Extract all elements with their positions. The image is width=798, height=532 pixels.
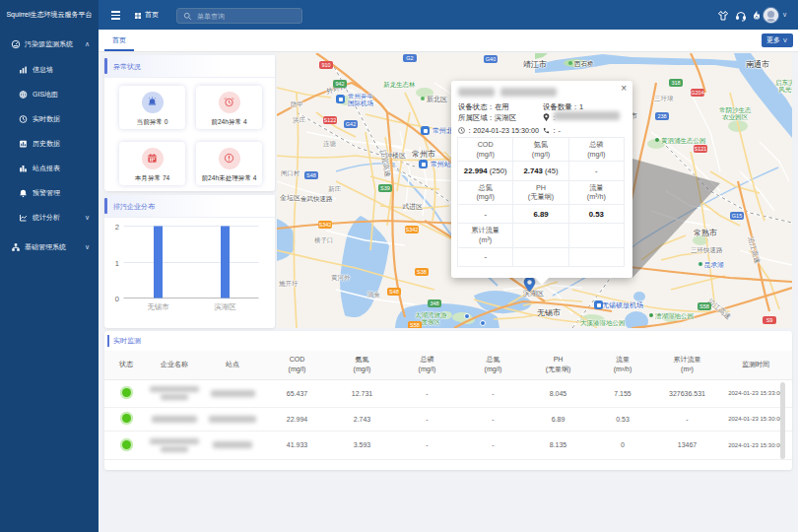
svg-text:1: 1 xyxy=(115,259,119,268)
svg-text:2: 2 xyxy=(115,223,119,232)
svg-text:0: 0 xyxy=(115,295,119,303)
